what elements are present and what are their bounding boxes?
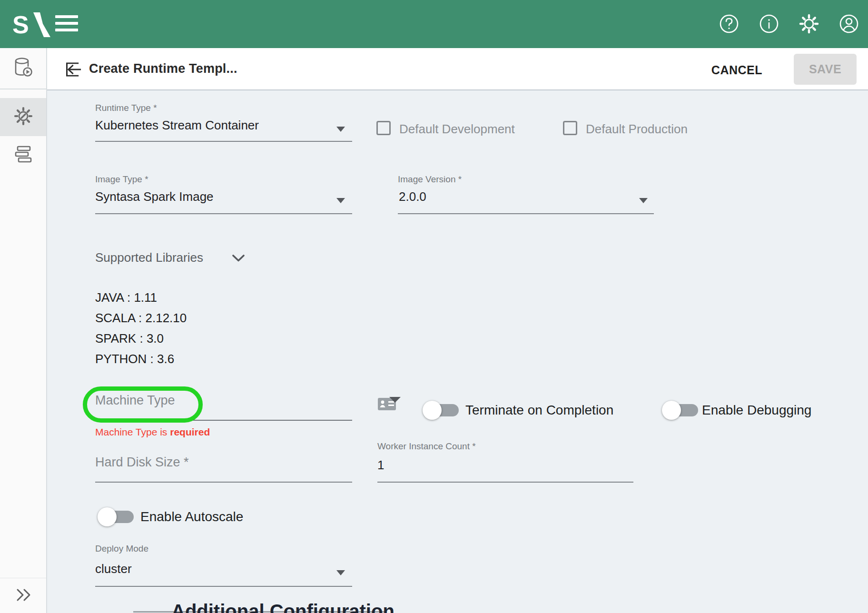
image-version-label: Image Version * — [398, 174, 462, 185]
svg-text:S: S — [12, 11, 29, 37]
default-production-label: Default Production — [586, 122, 688, 137]
image-type-label: Image Type * — [95, 174, 148, 185]
supported-libraries-toggle[interactable]: Supported Libraries — [95, 250, 203, 265]
sidebar-expand-button[interactable] — [0, 578, 46, 613]
machine-type-error: Machine Type is required — [95, 426, 210, 438]
runtime-type-select[interactable]: Kubernetes Stream Container — [95, 118, 259, 133]
page-header: Create Runtime Templ... CANCEL SAVE — [47, 48, 868, 90]
top-app-bar: S — [0, 0, 868, 48]
terminate-on-completion-label: Terminate on Completion — [465, 403, 613, 418]
menu-icon[interactable] — [55, 15, 78, 33]
enable-debugging-toggle[interactable] — [662, 401, 699, 420]
page-title: Create Runtime Templ... — [89, 61, 237, 76]
info-icon[interactable] — [759, 13, 779, 34]
deploy-mode-select[interactable]: cluster — [95, 562, 132, 576]
gear-wrench-icon — [13, 106, 34, 129]
save-button[interactable]: SAVE — [794, 54, 857, 85]
machine-type-input[interactable]: Machine Type — [95, 393, 175, 408]
library-item: SPARK : 3.0 — [95, 328, 187, 349]
sidebar-item-admin-settings[interactable] — [0, 98, 46, 136]
stack-icon — [13, 145, 34, 166]
syntasa-logo-icon: S — [12, 11, 50, 37]
database-play-icon — [12, 56, 35, 81]
sidebar-item-process-data[interactable] — [0, 48, 46, 89]
chevron-down-icon[interactable] — [336, 127, 345, 132]
worker-instance-count-input[interactable]: 1 — [377, 458, 384, 473]
image-version-select[interactable]: 2.0.0 — [399, 189, 426, 204]
enable-autoscale-toggle[interactable] — [98, 507, 135, 526]
chevron-down-icon[interactable] — [232, 254, 245, 264]
terminate-on-completion-toggle[interactable] — [423, 401, 460, 420]
library-item: JAVA : 1.11 — [95, 287, 187, 308]
default-development-checkbox[interactable] — [376, 121, 391, 135]
supported-libraries-list: JAVA : 1.11 SCALA : 2.12.10 SPARK : 3.0 … — [95, 287, 187, 369]
enable-debugging-label: Enable Debugging — [702, 403, 811, 418]
account-icon[interactable] — [838, 13, 859, 34]
cancel-button[interactable]: CANCEL — [706, 59, 768, 81]
contact-card-picker-icon[interactable] — [377, 395, 402, 412]
deploy-mode-label: Deploy Mode — [95, 544, 148, 554]
help-icon[interactable] — [719, 13, 740, 34]
runtime-type-label: Runtime Type * — [95, 103, 157, 113]
hard-disk-size-input[interactable]: Hard Disk Size * — [95, 455, 189, 470]
settings-icon[interactable] — [799, 13, 819, 34]
default-production-checkbox[interactable] — [563, 121, 577, 135]
chevron-down-icon[interactable] — [336, 570, 345, 575]
library-item: PYTHON : 3.6 — [95, 349, 187, 369]
runtime-template-form: Runtime Type * Kubernetes Stream Contain… — [47, 90, 868, 613]
image-type-select[interactable]: Syntasa Spark Image — [95, 189, 214, 204]
double-chevron-right-icon — [14, 588, 33, 604]
chevron-down-icon[interactable] — [336, 198, 345, 203]
enable-autoscale-label: Enable Autoscale — [140, 509, 243, 524]
create-runtime-template-page: S — [0, 0, 868, 613]
back-exit-icon[interactable] — [61, 59, 83, 80]
library-item: SCALA : 2.12.10 — [95, 308, 187, 328]
clipped-bottom-heading: Additional Configuration — [171, 601, 395, 613]
default-development-label: Default Development — [399, 122, 515, 137]
sidebar-item-stack[interactable] — [0, 136, 46, 174]
chevron-down-icon[interactable] — [639, 198, 648, 203]
sidebar — [0, 48, 47, 613]
worker-instance-count-label: Worker Instance Count * — [377, 441, 476, 452]
